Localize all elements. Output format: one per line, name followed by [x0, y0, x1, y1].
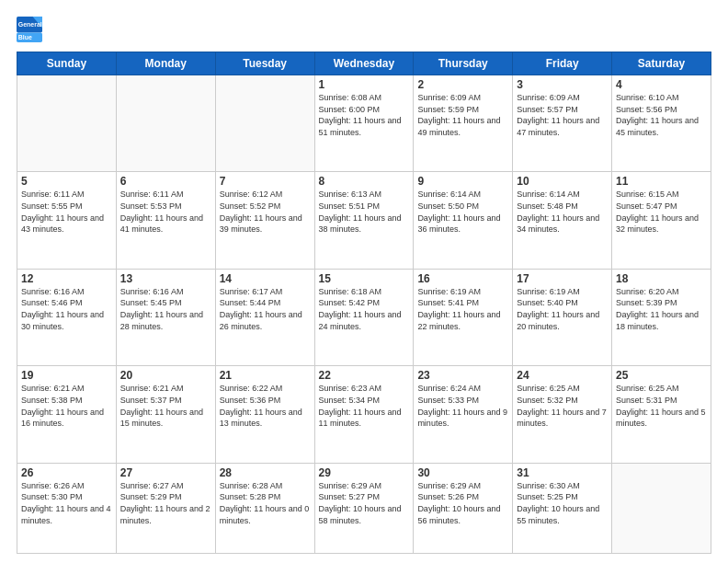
day-number: 5	[21, 175, 112, 188]
calendar-cell	[116, 75, 215, 172]
weekday-header-row: SundayMondayTuesdayWednesdayThursdayFrid…	[17, 52, 711, 75]
calendar-cell: 23Sunrise: 6:24 AMSunset: 5:33 PMDayligh…	[414, 366, 513, 463]
day-info: Sunrise: 6:14 AMSunset: 5:50 PMDaylight:…	[417, 189, 508, 235]
day-number: 31	[517, 466, 608, 479]
calendar-cell: 6Sunrise: 6:11 AMSunset: 5:53 PMDaylight…	[116, 172, 215, 269]
day-number: 20	[120, 369, 211, 382]
day-info: Sunrise: 6:19 AMSunset: 5:41 PMDaylight:…	[417, 286, 508, 332]
calendar-cell: 26Sunrise: 6:26 AMSunset: 5:30 PMDayligh…	[17, 463, 117, 553]
calendar-cell: 30Sunrise: 6:29 AMSunset: 5:26 PMDayligh…	[414, 463, 513, 553]
day-info: Sunrise: 6:16 AMSunset: 5:45 PMDaylight:…	[120, 286, 211, 332]
day-number: 6	[120, 175, 211, 188]
day-number: 14	[220, 272, 311, 285]
day-info: Sunrise: 6:30 AMSunset: 5:25 PMDaylight:…	[517, 480, 608, 526]
calendar-cell: 19Sunrise: 6:21 AMSunset: 5:38 PMDayligh…	[17, 366, 117, 463]
calendar-cell: 28Sunrise: 6:28 AMSunset: 5:28 PMDayligh…	[215, 463, 314, 553]
calendar-cell: 13Sunrise: 6:16 AMSunset: 5:45 PMDayligh…	[116, 269, 215, 365]
day-info: Sunrise: 6:10 AMSunset: 5:56 PMDaylight:…	[616, 92, 707, 138]
day-info: Sunrise: 6:29 AMSunset: 5:27 PMDaylight:…	[319, 480, 410, 526]
weekday-header-thursday: Thursday	[414, 52, 513, 75]
day-number: 7	[220, 175, 311, 188]
week-row-3: 12Sunrise: 6:16 AMSunset: 5:46 PMDayligh…	[17, 269, 711, 365]
day-number: 1	[319, 78, 410, 91]
logo-icon: General Blue	[17, 17, 42, 42]
day-info: Sunrise: 6:15 AMSunset: 5:47 PMDaylight:…	[616, 189, 707, 235]
day-info: Sunrise: 6:23 AMSunset: 5:34 PMDaylight:…	[319, 383, 410, 429]
day-info: Sunrise: 6:25 AMSunset: 5:31 PMDaylight:…	[616, 383, 707, 429]
day-info: Sunrise: 6:13 AMSunset: 5:51 PMDaylight:…	[319, 189, 410, 235]
calendar-cell	[17, 75, 117, 172]
day-number: 25	[616, 369, 707, 382]
day-info: Sunrise: 6:20 AMSunset: 5:39 PMDaylight:…	[616, 286, 707, 332]
calendar-cell: 2Sunrise: 6:09 AMSunset: 5:59 PMDaylight…	[414, 75, 513, 172]
calendar-cell: 5Sunrise: 6:11 AMSunset: 5:55 PMDaylight…	[17, 172, 117, 269]
day-number: 24	[517, 369, 608, 382]
calendar-cell: 24Sunrise: 6:25 AMSunset: 5:32 PMDayligh…	[513, 366, 612, 463]
day-number: 2	[417, 78, 508, 91]
day-info: Sunrise: 6:27 AMSunset: 5:29 PMDaylight:…	[120, 480, 211, 526]
calendar-cell: 9Sunrise: 6:14 AMSunset: 5:50 PMDaylight…	[414, 172, 513, 269]
weekday-header-monday: Monday	[116, 52, 215, 75]
calendar-cell: 27Sunrise: 6:27 AMSunset: 5:29 PMDayligh…	[116, 463, 215, 553]
calendar-cell	[612, 463, 711, 553]
week-row-4: 19Sunrise: 6:21 AMSunset: 5:38 PMDayligh…	[17, 366, 711, 463]
day-number: 23	[417, 369, 508, 382]
calendar-cell: 11Sunrise: 6:15 AMSunset: 5:47 PMDayligh…	[612, 172, 711, 269]
day-info: Sunrise: 6:11 AMSunset: 5:55 PMDaylight:…	[21, 189, 112, 235]
calendar-cell: 15Sunrise: 6:18 AMSunset: 5:42 PMDayligh…	[314, 269, 414, 365]
calendar-cell: 17Sunrise: 6:19 AMSunset: 5:40 PMDayligh…	[513, 269, 612, 365]
calendar-cell: 16Sunrise: 6:19 AMSunset: 5:41 PMDayligh…	[414, 269, 513, 365]
day-info: Sunrise: 6:11 AMSunset: 5:53 PMDaylight:…	[120, 189, 211, 235]
calendar-cell: 25Sunrise: 6:25 AMSunset: 5:31 PMDayligh…	[612, 366, 711, 463]
day-number: 13	[120, 272, 211, 285]
calendar-cell: 22Sunrise: 6:23 AMSunset: 5:34 PMDayligh…	[314, 366, 414, 463]
day-info: Sunrise: 6:28 AMSunset: 5:28 PMDaylight:…	[220, 480, 311, 526]
calendar-cell: 14Sunrise: 6:17 AMSunset: 5:44 PMDayligh…	[215, 269, 314, 365]
calendar-cell: 8Sunrise: 6:13 AMSunset: 5:51 PMDaylight…	[314, 172, 414, 269]
calendar-cell: 12Sunrise: 6:16 AMSunset: 5:46 PMDayligh…	[17, 269, 117, 365]
week-row-5: 26Sunrise: 6:26 AMSunset: 5:30 PMDayligh…	[17, 463, 711, 553]
calendar-cell: 4Sunrise: 6:10 AMSunset: 5:56 PMDaylight…	[612, 75, 711, 172]
day-number: 28	[220, 466, 311, 479]
day-number: 11	[616, 175, 707, 188]
day-info: Sunrise: 6:21 AMSunset: 5:37 PMDaylight:…	[120, 383, 211, 429]
day-number: 29	[319, 466, 410, 479]
week-row-1: 1Sunrise: 6:08 AMSunset: 6:00 PMDaylight…	[17, 75, 711, 172]
day-info: Sunrise: 6:26 AMSunset: 5:30 PMDaylight:…	[21, 480, 112, 526]
calendar-cell: 1Sunrise: 6:08 AMSunset: 6:00 PMDaylight…	[314, 75, 414, 172]
day-info: Sunrise: 6:12 AMSunset: 5:52 PMDaylight:…	[220, 189, 311, 235]
weekday-header-friday: Friday	[513, 52, 612, 75]
day-info: Sunrise: 6:22 AMSunset: 5:36 PMDaylight:…	[220, 383, 311, 429]
logo: General Blue	[17, 17, 46, 42]
day-number: 10	[517, 175, 608, 188]
calendar-page: General Blue SundayMondayTuesdayWednesda…	[0, 0, 728, 563]
day-info: Sunrise: 6:16 AMSunset: 5:46 PMDaylight:…	[21, 286, 112, 332]
header: General Blue	[17, 17, 711, 42]
day-info: Sunrise: 6:09 AMSunset: 5:57 PMDaylight:…	[517, 92, 608, 138]
day-number: 30	[417, 466, 508, 479]
day-info: Sunrise: 6:18 AMSunset: 5:42 PMDaylight:…	[319, 286, 410, 332]
day-info: Sunrise: 6:09 AMSunset: 5:59 PMDaylight:…	[417, 92, 508, 138]
weekday-header-saturday: Saturday	[612, 52, 711, 75]
day-info: Sunrise: 6:29 AMSunset: 5:26 PMDaylight:…	[417, 480, 508, 526]
day-number: 18	[616, 272, 707, 285]
day-number: 21	[220, 369, 311, 382]
svg-text:General: General	[18, 21, 42, 28]
day-info: Sunrise: 6:19 AMSunset: 5:40 PMDaylight:…	[517, 286, 608, 332]
weekday-header-wednesday: Wednesday	[314, 52, 414, 75]
day-number: 9	[417, 175, 508, 188]
day-number: 15	[319, 272, 410, 285]
day-number: 17	[517, 272, 608, 285]
calendar-cell: 3Sunrise: 6:09 AMSunset: 5:57 PMDaylight…	[513, 75, 612, 172]
day-number: 12	[21, 272, 112, 285]
day-number: 3	[517, 78, 608, 91]
day-info: Sunrise: 6:17 AMSunset: 5:44 PMDaylight:…	[220, 286, 311, 332]
calendar-cell: 21Sunrise: 6:22 AMSunset: 5:36 PMDayligh…	[215, 366, 314, 463]
day-info: Sunrise: 6:21 AMSunset: 5:38 PMDaylight:…	[21, 383, 112, 429]
calendar-cell: 18Sunrise: 6:20 AMSunset: 5:39 PMDayligh…	[612, 269, 711, 365]
day-number: 22	[319, 369, 410, 382]
day-info: Sunrise: 6:14 AMSunset: 5:48 PMDaylight:…	[517, 189, 608, 235]
calendar-cell: 31Sunrise: 6:30 AMSunset: 5:25 PMDayligh…	[513, 463, 612, 553]
day-number: 19	[21, 369, 112, 382]
calendar-table: SundayMondayTuesdayWednesdayThursdayFrid…	[17, 52, 711, 554]
